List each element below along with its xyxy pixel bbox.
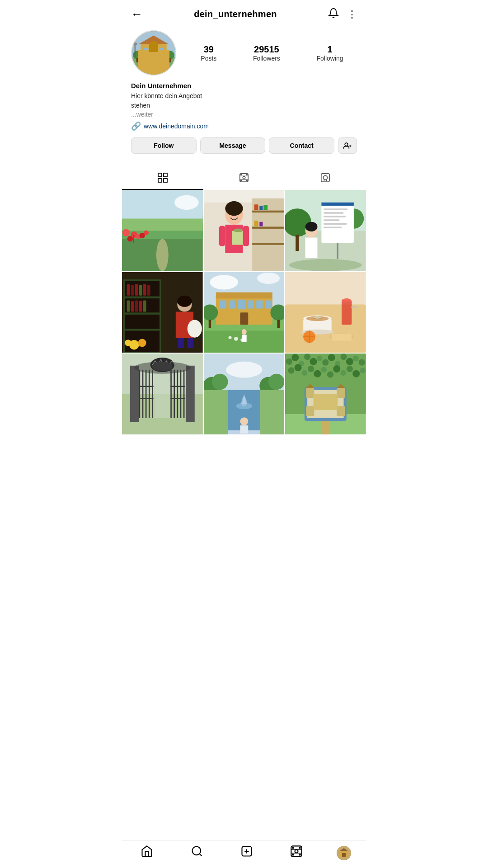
svg-rect-177 bbox=[204, 390, 228, 434]
svg-rect-2 bbox=[141, 44, 167, 61]
svg-rect-113 bbox=[220, 300, 226, 308]
notifications-icon[interactable] bbox=[328, 8, 339, 21]
follow-button[interactable]: Follow bbox=[131, 137, 197, 154]
svg-point-78 bbox=[289, 259, 362, 271]
bio-more-link[interactable]: ...weiter bbox=[131, 111, 153, 118]
svg-rect-28 bbox=[321, 174, 329, 182]
stat-following[interactable]: 1 Following bbox=[317, 44, 343, 62]
tab-reels[interactable] bbox=[203, 166, 285, 190]
svg-point-24 bbox=[241, 180, 242, 181]
svg-rect-95 bbox=[143, 300, 146, 311]
action-buttons: Follow Message Contact bbox=[131, 137, 357, 154]
tab-tagged[interactable] bbox=[285, 166, 366, 190]
svg-point-100 bbox=[177, 295, 192, 307]
posts-label: Posts bbox=[201, 55, 216, 62]
svg-rect-84 bbox=[124, 329, 160, 330]
website-link[interactable]: 🔗 www.deinedomain.com bbox=[131, 121, 357, 131]
svg-point-171 bbox=[268, 374, 285, 390]
svg-point-149 bbox=[152, 362, 173, 371]
add-friend-button[interactable] bbox=[338, 137, 357, 154]
svg-rect-18 bbox=[158, 179, 162, 182]
svg-point-42 bbox=[156, 239, 169, 271]
svg-rect-86 bbox=[131, 285, 134, 295]
svg-rect-164 bbox=[154, 382, 170, 418]
svg-rect-49 bbox=[254, 204, 258, 210]
svg-rect-17 bbox=[164, 173, 167, 177]
stat-followers[interactable]: 29515 Followers bbox=[253, 44, 280, 62]
svg-point-203 bbox=[347, 366, 353, 372]
svg-point-193 bbox=[359, 359, 365, 366]
svg-rect-118 bbox=[265, 300, 271, 308]
tab-grid[interactable] bbox=[122, 166, 203, 190]
grid-item-1[interactable] bbox=[122, 190, 203, 271]
grid-item-8[interactable] bbox=[204, 354, 285, 434]
svg-point-191 bbox=[346, 358, 353, 365]
svg-rect-73 bbox=[324, 226, 342, 228]
grid-item-6[interactable] bbox=[285, 272, 366, 353]
followers-count: 29515 bbox=[253, 44, 280, 55]
svg-rect-16 bbox=[158, 173, 162, 177]
svg-point-128 bbox=[228, 336, 231, 339]
svg-point-127 bbox=[240, 338, 244, 341]
grid-item-7[interactable] bbox=[122, 354, 203, 434]
svg-rect-145 bbox=[130, 366, 139, 422]
svg-rect-71 bbox=[324, 219, 340, 221]
svg-rect-93 bbox=[135, 300, 138, 311]
svg-rect-156 bbox=[174, 370, 175, 418]
svg-point-12 bbox=[133, 42, 137, 45]
svg-rect-5 bbox=[159, 47, 164, 53]
svg-rect-83 bbox=[124, 312, 160, 314]
svg-point-38 bbox=[122, 229, 130, 236]
svg-point-77 bbox=[305, 222, 318, 231]
svg-rect-10 bbox=[169, 58, 171, 63]
stats-row: 39 Posts 29515 Followers 1 Following bbox=[187, 44, 357, 62]
svg-rect-150 bbox=[139, 370, 141, 418]
stat-posts[interactable]: 39 Posts bbox=[201, 44, 216, 62]
svg-rect-59 bbox=[243, 226, 249, 246]
svg-point-200 bbox=[327, 372, 333, 378]
svg-rect-88 bbox=[139, 284, 142, 295]
more-options-icon[interactable]: ⋮ bbox=[347, 9, 357, 20]
avatar[interactable] bbox=[131, 30, 176, 75]
message-button[interactable]: Message bbox=[200, 137, 266, 154]
svg-point-36 bbox=[127, 236, 133, 242]
svg-point-101 bbox=[188, 320, 202, 337]
svg-rect-46 bbox=[252, 211, 284, 212]
svg-rect-114 bbox=[229, 300, 235, 308]
svg-rect-53 bbox=[259, 222, 263, 226]
svg-rect-4 bbox=[151, 47, 156, 53]
svg-rect-159 bbox=[183, 370, 185, 418]
svg-rect-8 bbox=[136, 58, 138, 63]
grid-item-9[interactable] bbox=[285, 354, 366, 434]
svg-rect-92 bbox=[131, 301, 134, 311]
svg-rect-209 bbox=[306, 388, 314, 398]
svg-rect-1 bbox=[132, 57, 175, 75]
svg-rect-90 bbox=[147, 285, 150, 295]
svg-rect-140 bbox=[332, 333, 352, 340]
grid-item-2[interactable] bbox=[204, 190, 285, 271]
svg-rect-153 bbox=[149, 370, 150, 418]
svg-point-124 bbox=[242, 329, 247, 335]
svg-point-205 bbox=[360, 368, 366, 374]
svg-rect-212 bbox=[337, 406, 345, 416]
svg-rect-160 bbox=[139, 386, 154, 387]
svg-rect-69 bbox=[324, 212, 344, 214]
svg-point-7 bbox=[133, 51, 141, 59]
grid-item-3[interactable] bbox=[285, 190, 366, 271]
contact-button[interactable]: Contact bbox=[269, 137, 334, 154]
svg-point-9 bbox=[166, 51, 174, 59]
svg-rect-121 bbox=[208, 320, 211, 328]
svg-point-103 bbox=[138, 339, 146, 347]
svg-rect-163 bbox=[170, 398, 185, 400]
posts-count: 39 bbox=[201, 44, 216, 55]
back-button[interactable]: ← bbox=[131, 7, 143, 21]
svg-point-181 bbox=[286, 359, 292, 365]
grid-item-4[interactable] bbox=[122, 272, 203, 353]
svg-rect-211 bbox=[306, 406, 314, 416]
svg-point-25 bbox=[247, 180, 248, 181]
svg-point-175 bbox=[240, 417, 248, 425]
svg-rect-76 bbox=[305, 238, 318, 258]
svg-rect-115 bbox=[238, 299, 245, 309]
svg-point-194 bbox=[288, 368, 295, 374]
grid-item-5[interactable] bbox=[204, 272, 285, 353]
